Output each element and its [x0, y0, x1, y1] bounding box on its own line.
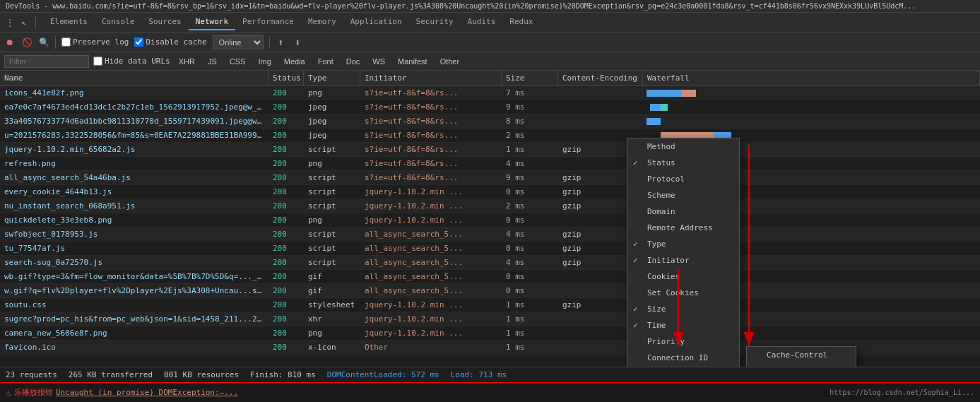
table-row[interactable]: soutu.css 200 stylesheet jquery-1.10.2.m… [0, 298, 980, 312]
cell-size: 9 ms [502, 102, 558, 112]
filter-media[interactable]: Media [280, 57, 309, 66]
ctx-scheme[interactable]: Scheme [627, 187, 739, 203]
filter-other[interactable]: Other [436, 57, 464, 66]
th-initiator[interactable]: Initiator [360, 71, 502, 85]
ctx-domain[interactable]: Domain [627, 203, 739, 220]
tab-redux[interactable]: Redux [502, 14, 540, 30]
th-size[interactable]: Size [502, 71, 558, 85]
disable-cache-checkbox[interactable]: Disable cache [134, 37, 206, 47]
table-row[interactable]: camera_new_5606e8f.png 200 png jquery-1.… [0, 326, 980, 341]
table-row[interactable]: ea7e0c7af4673ed4cd13dc1c2b27c1eb_1562913… [0, 100, 980, 114]
cell-initiator: jquery-1.10.2.min ... [360, 201, 502, 211]
cell-status: 200 [268, 300, 304, 309]
tab-performance[interactable]: Performance [235, 14, 301, 30]
table-body: icons_441e82f.png 200 png s?ie=utf-8&f=8… [0, 86, 980, 367]
filter-css[interactable]: CSS [225, 57, 250, 66]
preserve-log-checkbox[interactable]: Preserve log [61, 37, 129, 47]
table-row[interactable]: wb.gif?type=3&fm=flow_monitor&data=%5B%7… [0, 270, 980, 284]
filter-ws[interactable]: WS [368, 57, 389, 66]
waterfall-bar [661, 104, 668, 111]
search-btn[interactable]: 🔍 [38, 37, 49, 48]
table-row[interactable]: quickdelete_33e3eb8.png 200 png jquery-1… [0, 213, 980, 227]
cell-initiator: all_async_search_5... [360, 230, 502, 239]
cell-status: 200 [268, 159, 304, 168]
tab-memory[interactable]: Memory [301, 14, 343, 30]
table-row[interactable]: u=2021576283,3322528056&fm=85&s=0EAE7A22… [0, 129, 980, 143]
filter-manifest[interactable]: Manifest [394, 57, 432, 66]
toolbar-sep-1 [55, 36, 56, 49]
submenu-connection[interactable]: Connection [747, 363, 856, 367]
table-row[interactable]: nu_instant_search_068a951.js 200 script … [0, 199, 980, 213]
table-row[interactable]: jquery-1.10.2.min_65682a2.js 200 script … [0, 143, 980, 157]
cell-type: jpeg [304, 102, 360, 112]
cell-name: camera_new_5606e8f.png [0, 329, 268, 338]
ctx-method[interactable]: Method [627, 138, 739, 155]
preserve-log-input[interactable] [61, 37, 71, 47]
cell-status: 200 [268, 173, 304, 182]
th-content-encoding[interactable]: Content-Encoding [558, 71, 643, 85]
record-btn[interactable]: ⏺ [4, 37, 16, 48]
table-row[interactable]: sugrec?prod=pc_his&from=pc_web&json=1&si… [0, 312, 980, 326]
filter-js[interactable]: JS [203, 57, 221, 66]
filter-input[interactable] [4, 55, 89, 68]
table-row[interactable]: every_cookie_4644b13.js 200 script jquer… [0, 185, 980, 199]
disable-cache-input[interactable] [134, 37, 143, 47]
export-btn[interactable]: ⬇ [293, 37, 304, 48]
hide-data-urls-input[interactable] [93, 57, 102, 66]
ctx-type[interactable]: Type [627, 236, 739, 252]
filter-img[interactable]: Img [254, 57, 275, 66]
th-name[interactable]: Name [0, 71, 268, 85]
tab-application[interactable]: Application [343, 14, 409, 30]
th-status[interactable]: Status [268, 71, 304, 85]
table-row[interactable]: icons_441e82f.png 200 png s?ie=utf-8&f=8… [0, 86, 980, 100]
table-row[interactable]: refresh.png 200 png s?ie=utf-8&f=8&rs...… [0, 157, 980, 171]
ctx-remote-address[interactable]: Remote Address [627, 220, 739, 236]
filter-font[interactable]: Font [314, 57, 338, 66]
cell-initiator: all_async_search_5... [360, 272, 502, 281]
ctx-time[interactable]: Time [627, 317, 739, 333]
table-row[interactable]: tu_77547af.js 200 script all_async_searc… [0, 242, 980, 256]
tab-elements[interactable]: Elements [43, 14, 95, 30]
cell-initiator: all_async_search_5... [360, 244, 502, 253]
ctx-sort-by[interactable]: Sort By [627, 366, 739, 367]
cell-initiator: jquery-1.10.2.min ... [360, 215, 502, 225]
ctx-connection-id[interactable]: Connection ID [627, 350, 739, 366]
tab-sources[interactable]: Sources [141, 14, 188, 30]
table-row[interactable]: w.gif?q=flv%2Dplayer+flv%2Dplayer%2Ejs%3… [0, 284, 980, 298]
table-row[interactable]: swfobject_0178953.js 200 script all_asyn… [0, 227, 980, 242]
th-waterfall[interactable]: Waterfall [643, 71, 980, 85]
throttle-select[interactable]: Online Fast 3G Slow 3G Offline [213, 35, 264, 49]
pointer-icon[interactable]: ↖ [18, 17, 30, 28]
tab-console[interactable]: Console [95, 14, 141, 30]
ctx-protocol[interactable]: Protocol [627, 171, 739, 187]
cell-initiator: s?ie=utf-8&f=8&rs... [360, 117, 502, 126]
cell-size: 1 ms [502, 343, 558, 352]
ctx-set-cookies[interactable]: Set Cookies [627, 285, 739, 301]
th-type[interactable]: Type [304, 71, 360, 85]
ctx-cookies[interactable]: Cookies [627, 268, 739, 285]
cell-status: 200 [268, 102, 304, 112]
ctx-size[interactable]: Size [627, 301, 739, 317]
filter-xhr[interactable]: XHR [175, 57, 199, 66]
tab-security[interactable]: Security [409, 14, 461, 30]
console-link[interactable]: Uncaught (in promise) DOMException:—... [56, 388, 238, 397]
import-btn[interactable]: ⬆ [276, 37, 287, 48]
ctx-status[interactable]: Status [627, 155, 739, 171]
filter-type-buttons: XHR JS CSS Img Media Font Doc WS Manifes… [175, 57, 464, 66]
submenu-cache-control[interactable]: Cache-Control [747, 347, 856, 363]
cell-name: w.gif?q=flv%2Dplayer+flv%2Dplayer%2Ejs%3… [0, 286, 268, 295]
title-text: DevTools - www.baidu.com/s?ie=utf-8&f=8&… [6, 2, 916, 10]
ctx-initiator[interactable]: Initiator [627, 252, 739, 268]
table-row[interactable]: 33a40576733774d6ad1bbc9811310770d_155971… [0, 114, 980, 129]
tab-network[interactable]: Network [189, 14, 235, 30]
tab-audits[interactable]: Audits [461, 14, 503, 30]
table-row[interactable]: all_async_search_54a46ba.js 200 script s… [0, 171, 980, 185]
cell-type: stylesheet [304, 300, 360, 309]
devtools-icon[interactable]: ⋮ [4, 17, 16, 28]
cell-initiator: s?ie=utf-8&f=8&rs... [360, 88, 502, 97]
hide-data-urls-checkbox[interactable]: Hide data URLs [93, 57, 170, 66]
ctx-priority[interactable]: Priority [627, 333, 739, 350]
clear-btn[interactable]: 🚫 [21, 37, 33, 48]
filter-doc[interactable]: Doc [342, 57, 365, 66]
table-row[interactable]: search-sug_0a72570.js 200 script all_asy… [0, 256, 980, 270]
